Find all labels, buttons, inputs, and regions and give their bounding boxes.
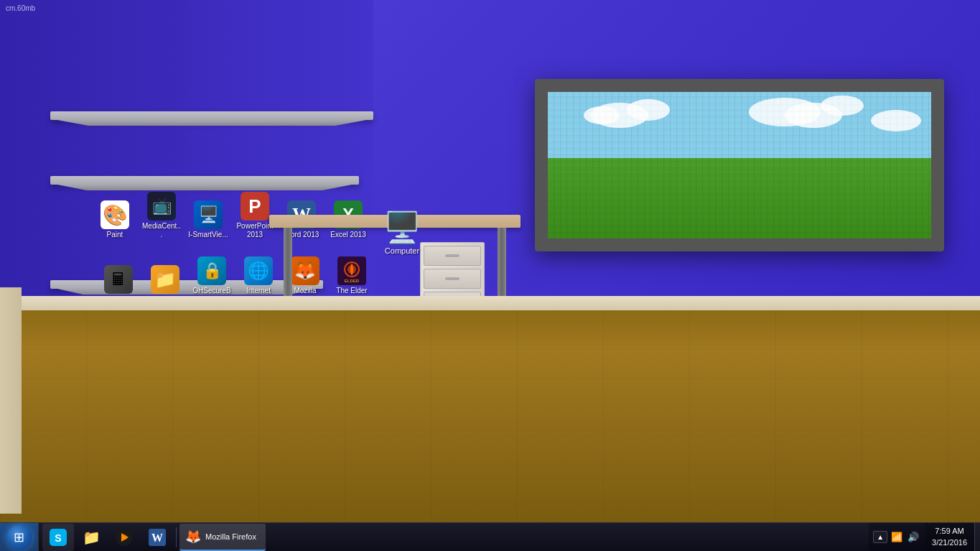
taskbar-mediaplayer[interactable] [108, 524, 140, 551]
computer-label: Computer [385, 246, 419, 255]
icon-smartview[interactable]: 🖥️ I-SmartVie... [187, 199, 230, 241]
show-desktop-button[interactable] [974, 523, 980, 552]
tray-network-icon[interactable]: 📶 [890, 530, 904, 544]
floor [0, 307, 980, 522]
start-orb [6, 524, 32, 550]
taskbar-explorer[interactable]: 📁 [75, 524, 107, 551]
ie-icon-img: 🌐 [244, 256, 273, 285]
clock-time: 7:59 AM [935, 526, 963, 537]
shelf-top [50, 111, 373, 120]
baseboard-left [0, 287, 22, 514]
picture-frame [535, 79, 944, 251]
desktop: 🎨 Paint 📺 MediaCent... 🖥️ I-SmartVie... … [0, 0, 980, 522]
corner-text: cm.60mb [6, 4, 35, 12]
taskbar: S 📁 W 🦊 Mozilla Firefox [0, 522, 980, 551]
taskbar-pinned: S 📁 W 🦊 Mozilla Firefox [42, 523, 266, 552]
icon-mediacenter[interactable]: 📺 MediaCent... [140, 190, 183, 241]
system-tray: ▲ 📶 🔊 7:59 AM 3/21/2016 [869, 523, 980, 552]
stuff-icon-img: 📁 [151, 265, 179, 294]
clock-date: 3/21/2016 [932, 537, 967, 548]
calculator-icon-img: 🖩 [104, 265, 133, 294]
start-button[interactable] [0, 523, 39, 552]
svg-text:S: S [55, 532, 61, 544]
taskbar-skype[interactable]: S [42, 524, 74, 551]
computer-icon-img: 🖥️ [383, 210, 421, 245]
clock-area[interactable]: 7:59 AM 3/21/2016 [925, 523, 974, 552]
baseboard [0, 296, 980, 310]
paint-icon-img: 🎨 [101, 200, 129, 229]
svg-text:W: W [151, 532, 163, 544]
svg-point-11 [121, 534, 127, 540]
ohsecure-icon-img: 🔒 [197, 256, 226, 285]
tray-expand-btn[interactable]: ▲ [873, 531, 887, 543]
drawer-1 [424, 246, 481, 266]
svg-rect-6 [548, 92, 931, 239]
smartview-label: I-SmartVie... [188, 231, 228, 239]
mediacenter-icon-img: 📺 [147, 192, 176, 221]
icon-paint[interactable]: 🎨 Paint [93, 199, 136, 241]
shelf-mid [50, 176, 359, 185]
mediacenter-label: MediaCent... [141, 222, 182, 239]
taskbar-firefox[interactable]: 🦊 Mozilla Firefox [179, 524, 266, 551]
smartview-icon-img: 🖥️ [194, 200, 223, 229]
picture-frame-art [548, 92, 931, 239]
taskbar-separator [176, 527, 177, 547]
taskbar-firefox-label: Mozilla Firefox [205, 532, 256, 541]
tray-icons: ▲ 📶 🔊 [869, 530, 925, 544]
taskbar-word[interactable]: W [141, 524, 173, 551]
paint-label: Paint [107, 231, 123, 239]
powerpoint-icon-img: P [241, 192, 269, 221]
computer-icon[interactable]: 🖥️ Computer [377, 210, 427, 255]
tray-volume-icon[interactable]: 🔊 [906, 530, 920, 544]
drawer-2 [424, 269, 481, 289]
